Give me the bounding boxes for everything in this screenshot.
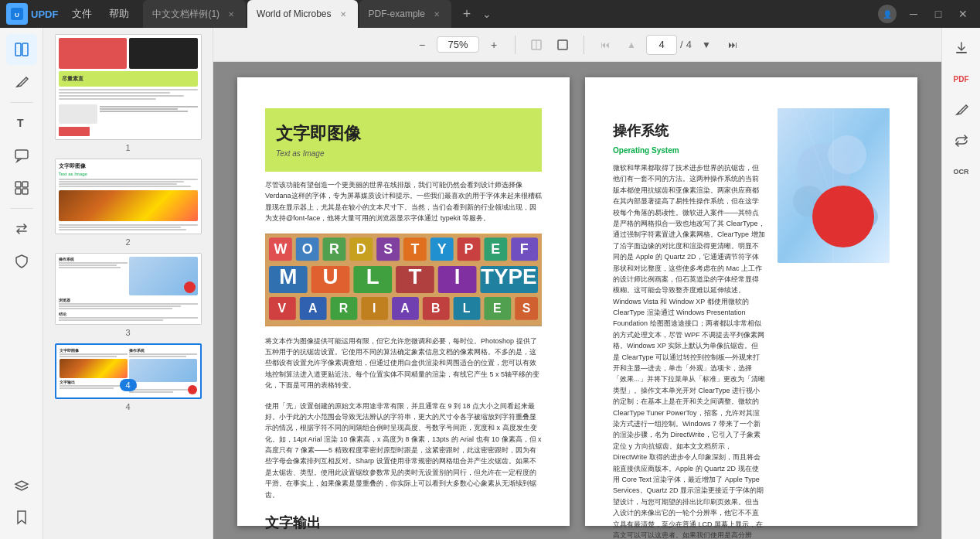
tool-divider-1 [10, 102, 33, 103]
tab-3-close[interactable]: ✕ [431, 9, 442, 19]
right-tool-annotate[interactable] [948, 96, 975, 124]
svg-rect-72 [956, 52, 967, 53]
toolbar: − 75% + ⏮ [213, 28, 941, 62]
tool-comment[interactable] [6, 140, 37, 171]
thumb-label-3: 3 [125, 328, 130, 337]
right-tool-share[interactable] [948, 127, 975, 155]
next-page-button[interactable]: ▼ [695, 33, 718, 56]
svg-text:S: S [383, 241, 393, 257]
svg-text:T: T [408, 264, 421, 288]
thumbnail-3[interactable]: 操作系统 浏览器 [49, 253, 206, 337]
thumb-label-2: 2 [125, 237, 130, 247]
right-tool-ocr[interactable]: OCR [948, 158, 975, 186]
first-page-button[interactable]: ⏮ [594, 33, 617, 56]
right-image [778, 108, 890, 263]
thumbnail-panel[interactable]: 尽量素直 [43, 28, 213, 539]
user-avatar[interactable]: 👤 [878, 5, 897, 23]
svg-text:E: E [491, 241, 500, 257]
prev-page-button[interactable]: ▲ [620, 33, 643, 56]
thumb-page-2[interactable]: 文字即图像 Text as Image [55, 159, 202, 234]
body-para1: 尽管该功能有望创造一个更美丽的世界在线排版，我们可能仍然会看到设计师选择像Ver… [265, 179, 542, 224]
svg-text:U: U [322, 264, 338, 288]
thumb-page-4[interactable]: 文字即图像 文字输出 [55, 343, 202, 399]
svg-text:T: T [17, 117, 24, 129]
active-page-badge: 4 [119, 379, 136, 391]
svg-text:E: E [493, 301, 502, 314]
body-para3: 使用「无」设置创建的原始文本用途非常有限，并且通常在 9 到 18 点大小之间看… [265, 401, 542, 501]
os-subheading: Operating System [613, 145, 765, 156]
fit-page-button[interactable] [525, 33, 548, 56]
red-circle-decoration [812, 186, 874, 247]
logo-area: U UPDF [6, 3, 58, 25]
thumbnail-4[interactable]: 文字即图像 文字输出 [49, 343, 206, 411]
body-para2: 将文本作为图像提供可能运用有限，但它允许您微调和必要，每时位。Photoshop… [265, 336, 542, 391]
tool-organize[interactable] [6, 172, 37, 203]
app-logo: U [6, 3, 28, 25]
app-name: UPDF [31, 9, 58, 20]
tab-3[interactable]: PDF-example ✕ [359, 0, 451, 28]
zoom-out-button[interactable]: − [410, 33, 434, 56]
page-number-input[interactable] [646, 35, 677, 55]
menu-file[interactable]: 文件 [64, 4, 100, 24]
minimize-button[interactable]: ─ [903, 3, 924, 25]
pages-container[interactable]: 文字即图像 Text as Image 尽管该功能有望创造一个更美丽的世界在线排… [213, 62, 941, 539]
svg-text:O: O [302, 241, 313, 257]
fit-width-button[interactable] [551, 33, 574, 56]
text-output-heading: 文字输出 [265, 513, 542, 534]
thumbnail-1[interactable]: 尽量素直 [49, 34, 206, 152]
svg-point-67 [828, 135, 866, 174]
svg-text:R: R [339, 301, 349, 314]
tool-convert[interactable] [6, 213, 37, 244]
close-button[interactable]: ✕ [952, 3, 974, 25]
tabs-area: 中文文档样例(1) ✕ World of Microbes ✕ PDF-exam… [143, 0, 872, 28]
svg-text:M: M [279, 264, 297, 288]
zoom-controls: − 75% + [410, 33, 505, 56]
svg-text:D: D [356, 241, 366, 257]
tab-3-label: PDF-example [369, 9, 425, 19]
svg-text:B: B [431, 301, 441, 314]
main-heading: 文字即图像 [276, 121, 531, 146]
thumb-page-1[interactable]: 尽量素直 [55, 34, 202, 140]
page-nav-controls: ⏮ ▲ / 4 ▼ ⏭ [594, 33, 744, 56]
last-page-button[interactable]: ⏭ [721, 33, 744, 56]
svg-text:T: T [410, 241, 419, 257]
menu-help[interactable]: 帮助 [101, 4, 137, 24]
right-tool-pdf[interactable]: PDF [948, 65, 975, 93]
svg-rect-6 [15, 150, 28, 159]
right-tool-download[interactable] [948, 34, 975, 62]
maximize-button[interactable]: □ [927, 3, 949, 25]
tab-2-label: World of Microbes [257, 9, 331, 19]
tool-text[interactable]: T [6, 107, 37, 138]
tab-2[interactable]: World of Microbes ✕ [247, 0, 357, 28]
svg-text:TYPE: TYPE [481, 264, 537, 288]
svg-text:I: I [454, 264, 461, 288]
tab-2-close[interactable]: ✕ [338, 9, 349, 19]
tool-layers[interactable] [6, 469, 37, 500]
tab-overflow-button[interactable]: ⌄ [478, 6, 496, 22]
new-tab-button[interactable]: + [456, 3, 478, 25]
title-bar: U UPDF 文件 帮助 中文文档样例(1) ✕ World of Microb… [0, 0, 980, 28]
tool-read[interactable] [6, 34, 37, 65]
main-area: T [0, 28, 980, 539]
thumb-page-3[interactable]: 操作系统 浏览器 [55, 253, 202, 325]
thumb-label-4: 4 [125, 402, 130, 411]
thumbnail-2[interactable]: 文字即图像 Text as Image 2 [49, 159, 206, 247]
tab-1-close[interactable]: ✕ [226, 9, 236, 19]
svg-text:U: U [15, 12, 19, 19]
svg-text:R: R [329, 241, 339, 257]
tab-1[interactable]: 中文文档样例(1) ✕ [143, 0, 246, 28]
tool-divider-2 [10, 208, 33, 209]
svg-rect-9 [15, 189, 21, 194]
doc-page-left: 文字即图像 Text as Image 尽管该功能有望创造一个更美丽的世界在线排… [237, 77, 570, 526]
thumb-label-1: 1 [125, 143, 130, 152]
svg-text:P: P [464, 241, 474, 257]
menu-bar: 文件 帮助 [64, 4, 137, 24]
window-controls: 👤 ─ □ ✕ [878, 3, 974, 25]
tool-bookmark[interactable] [6, 502, 37, 533]
zoom-in-button[interactable]: + [482, 33, 505, 56]
tool-protect[interactable] [6, 246, 37, 277]
zoom-display[interactable]: 75% [437, 36, 479, 53]
svg-text:L: L [366, 264, 379, 288]
tool-annotation[interactable] [6, 67, 37, 97]
svg-rect-2 [15, 43, 21, 56]
